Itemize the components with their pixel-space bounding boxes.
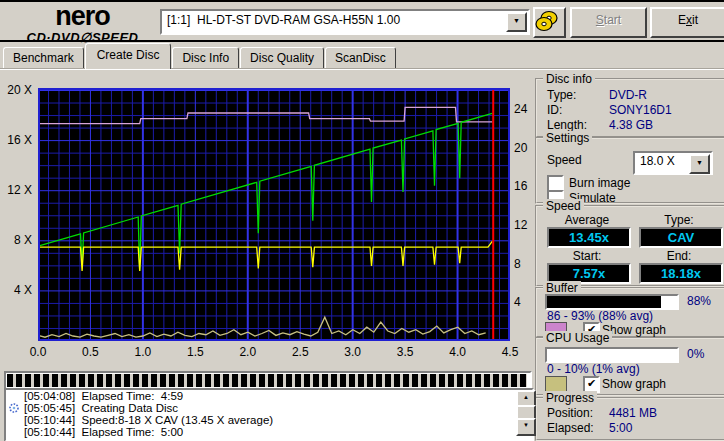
buffer-title: Buffer: [543, 281, 581, 295]
speed-cell-value: 18.18x: [639, 263, 723, 284]
discs-icon: [535, 9, 560, 32]
cpu-meter: [545, 347, 679, 363]
drive-selector-dropdown-button[interactable]: ▼: [506, 12, 527, 32]
y-axis-label-right: 20: [514, 141, 534, 155]
info-icon: [8, 402, 20, 414]
x-axis-label: 1.0: [126, 345, 160, 359]
chart-plot: [38, 88, 510, 341]
speed-cell-value: 13.45x: [547, 227, 631, 248]
field-label: Type:: [547, 88, 576, 102]
field-value: SONY16D1: [609, 103, 672, 117]
log-line: [05:04:08] Elapsed Time: 4:59: [6, 390, 532, 402]
y-axis-label-left: 16 X: [0, 133, 32, 147]
cpu-range: 0 - 10% (1% avg): [547, 362, 640, 376]
log-line: [05:10:44] Elapsed Time: 5:00: [6, 426, 532, 438]
logo-nero-text: nero: [10, 3, 155, 30]
y-axis-label-left: 12 X: [0, 183, 32, 197]
speed-select-value: 18.0 X: [640, 154, 675, 168]
field-label: Elapsed:: [547, 421, 594, 435]
x-axis-label: 1.5: [178, 345, 212, 359]
x-axis-label: 2.0: [231, 345, 265, 359]
y-axis-label-right: 24: [514, 102, 534, 116]
x-axis-label: 3.5: [388, 345, 422, 359]
disc-info-group: Disc info Type:DVD-RID:SONY16D1Length:4.…: [535, 78, 724, 138]
speed-cell-label: Average: [545, 213, 629, 227]
header-divider: [0, 40, 724, 42]
disc-eject-button[interactable]: [533, 7, 566, 38]
speed-select[interactable]: 18.0 X ▼: [633, 151, 713, 175]
settings-title: Settings: [543, 131, 592, 145]
cpu-usage-group: CPU Usage 0% 0 - 10% (1% avg) ✔ Show gra…: [535, 337, 724, 396]
tab-scandisc[interactable]: ScanDisc: [325, 47, 396, 69]
speed-select-dropdown-button[interactable]: ▼: [689, 154, 710, 174]
tab-disc-quality[interactable]: Disc Quality: [240, 47, 324, 69]
buffer-range: 86 - 93% (88% avg): [547, 309, 653, 323]
exit-button[interactable]: Exit: [650, 7, 724, 38]
cpu-title: CPU Usage: [543, 331, 612, 345]
cpu-percent: 0%: [687, 347, 704, 361]
field-value: 5:00: [609, 421, 632, 435]
progress-group: Progress Position:4481 MBElapsed:5:00: [535, 397, 724, 441]
log-line: [05:10:44] Speed:8-18 X CAV (13.45 X ave…: [6, 414, 532, 426]
field-label: Position:: [547, 406, 593, 420]
write-speed-chart: 20 X16 X12 X8 X4 X24201612840.00.51.01.5…: [0, 72, 534, 372]
buffer-meter-fill: [547, 296, 661, 308]
speed-cell-label: Start:: [545, 249, 629, 263]
log-scrollbar[interactable]: ▲ ▼: [516, 390, 532, 436]
progress-title: Progress: [543, 391, 597, 405]
drive-selector[interactable]: [1:1] HL-DT-ST DVD-RAM GSA-H55N 1.00 ▼: [160, 9, 530, 35]
drive-selector-value: [1:1] HL-DT-ST DVD-RAM GSA-H55N 1.00: [167, 13, 400, 27]
field-value: 4481 MB: [609, 406, 657, 420]
start-button[interactable]: Start: [570, 7, 647, 38]
x-axis-label: 0.5: [73, 345, 107, 359]
y-axis-label-left: 8 X: [0, 233, 32, 247]
checkbox-label: Burn image: [569, 176, 630, 190]
speed-cell-value: CAV: [639, 227, 723, 248]
event-log[interactable]: [05:04:08] Elapsed Time: 4:59[05:05:45] …: [4, 388, 534, 441]
y-axis-label-left: 20 X: [0, 83, 32, 97]
buffer-percent: 88%: [687, 294, 711, 308]
speed-label: Speed: [547, 153, 582, 167]
scroll-down-button[interactable]: ▼: [516, 418, 536, 436]
field-label: ID:: [547, 103, 562, 117]
app-window: nero CD·DVD∅SPEED [1:1] HL-DT-ST DVD-RAM…: [0, 0, 724, 441]
cpu-show-graph-label: Show graph: [602, 377, 666, 391]
y-axis-label-right: 16: [514, 179, 534, 193]
field-value: DVD-R: [609, 88, 647, 102]
tab-disc-info[interactable]: Disc Info: [172, 47, 239, 69]
x-axis-label: 3.0: [336, 345, 370, 359]
tab-strip: BenchmarkCreate DiscDisc InfoDisc Qualit…: [3, 47, 397, 69]
y-axis-label-right: 12: [514, 218, 534, 232]
x-axis-label: 2.5: [283, 345, 317, 359]
x-axis-label: 0.0: [21, 345, 55, 359]
settings-group: Settings Speed 18.0 X ▼ Burn imageSimula…: [535, 137, 724, 204]
log-line: [05:05:45] Creating Data Disc: [6, 402, 532, 414]
y-axis-label-right: 8: [514, 257, 534, 271]
x-axis-label: 4.5: [493, 345, 527, 359]
x-axis-label: 4.0: [441, 345, 475, 359]
speed-title: Speed: [543, 199, 584, 213]
exit-button-label: it: [692, 13, 698, 27]
speed-cell-label: Type:: [637, 213, 721, 227]
y-axis-label-right: 4: [514, 295, 534, 309]
burn-progress-fill: [7, 374, 527, 387]
field-label: Length:: [547, 118, 587, 132]
tab-benchmark[interactable]: Benchmark: [3, 47, 84, 69]
start-button-label: tart: [604, 13, 621, 27]
disc-info-title: Disc info: [543, 72, 595, 86]
tab-create-disc[interactable]: Create Disc: [85, 43, 172, 69]
nero-logo: nero CD·DVD∅SPEED: [10, 3, 155, 39]
buffer-meter: [545, 294, 679, 310]
speed-cell-label: End:: [637, 249, 721, 263]
speed-group: Speed Average13.45xType:CAVStart:7.57xEn…: [535, 205, 724, 287]
field-value: 4.38 GB: [609, 118, 653, 132]
y-axis-label-left: 4 X: [0, 283, 32, 297]
